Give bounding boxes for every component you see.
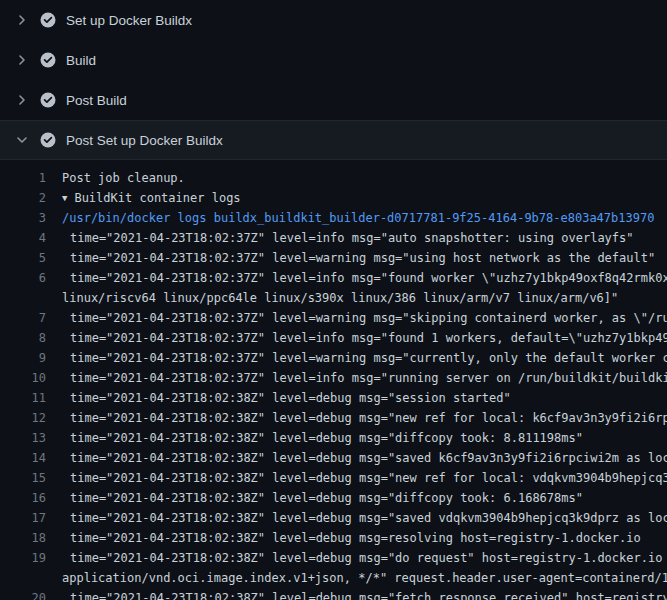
step-label: Post Build bbox=[66, 93, 127, 108]
line-number[interactable]: 2 bbox=[0, 188, 46, 208]
step-row[interactable]: Build bbox=[0, 40, 667, 80]
log-line: 4 time="2021-04-23T18:02:37Z" level=info… bbox=[0, 228, 667, 248]
group-expanded-icon: ▼ bbox=[62, 188, 67, 208]
step-row[interactable]: Set up Docker Buildx bbox=[0, 0, 667, 40]
line-number[interactable]: 3 bbox=[0, 208, 46, 228]
log-line: 18 time="2021-04-23T18:02:38Z" level=deb… bbox=[0, 528, 667, 548]
chevron-right-icon bbox=[14, 12, 30, 28]
log-text: /usr/bin/docker logs buildx_buildkit_bui… bbox=[62, 208, 654, 228]
line-number[interactable]: 18 bbox=[0, 528, 46, 548]
log-text: time="2021-04-23T18:02:37Z" level=info m… bbox=[62, 328, 667, 348]
line-number[interactable]: 4 bbox=[0, 228, 46, 248]
log-line: 13 time="2021-04-23T18:02:38Z" level=deb… bbox=[0, 428, 667, 448]
line-number[interactable]: 10 bbox=[0, 368, 46, 388]
log-text: time="2021-04-23T18:02:37Z" level=warnin… bbox=[62, 348, 667, 368]
chevron-right-icon bbox=[14, 52, 30, 68]
log-line: 5 time="2021-04-23T18:02:37Z" level=warn… bbox=[0, 248, 667, 268]
line-number[interactable]: 20 bbox=[0, 588, 46, 600]
log-group-toggle[interactable]: 2 ▼BuildKit container logs bbox=[0, 188, 667, 208]
log-line: 1 Post job cleanup. bbox=[0, 168, 667, 188]
chevron-right-icon bbox=[14, 92, 30, 108]
log-text: Post job cleanup. bbox=[62, 168, 185, 188]
log-output: 1 Post job cleanup. 2 ▼BuildKit containe… bbox=[0, 160, 667, 600]
log-text: time="2021-04-23T18:02:38Z" level=debug … bbox=[62, 588, 667, 600]
check-circle-icon bbox=[40, 52, 56, 68]
log-line-command: 3 /usr/bin/docker logs buildx_buildkit_b… bbox=[0, 208, 667, 228]
line-number[interactable]: 1 bbox=[0, 168, 46, 188]
log-text: time="2021-04-23T18:02:38Z" level=debug … bbox=[62, 468, 667, 488]
line-number[interactable] bbox=[0, 288, 46, 308]
check-circle-icon bbox=[40, 92, 56, 108]
log-line: 14 time="2021-04-23T18:02:38Z" level=deb… bbox=[0, 448, 667, 468]
line-number[interactable]: 12 bbox=[0, 408, 46, 428]
line-number[interactable]: 11 bbox=[0, 388, 46, 408]
line-number[interactable]: 7 bbox=[0, 308, 46, 328]
log-line: 7 time="2021-04-23T18:02:37Z" level=warn… bbox=[0, 308, 667, 328]
log-line: 19 time="2021-04-23T18:02:38Z" level=deb… bbox=[0, 548, 667, 568]
log-line: 12 time="2021-04-23T18:02:38Z" level=deb… bbox=[0, 408, 667, 428]
line-number[interactable]: 13 bbox=[0, 428, 46, 448]
log-text: time="2021-04-23T18:02:37Z" level=info m… bbox=[62, 368, 667, 388]
step-label: Set up Docker Buildx bbox=[66, 13, 192, 28]
log-line: 20 time="2021-04-23T18:02:38Z" level=deb… bbox=[0, 588, 667, 600]
log-text: time="2021-04-23T18:02:38Z" level=debug … bbox=[62, 548, 667, 568]
log-text: time="2021-04-23T18:02:37Z" level=info m… bbox=[62, 228, 634, 248]
log-text: time="2021-04-23T18:02:38Z" level=debug … bbox=[62, 508, 667, 528]
group-label: BuildKit container logs bbox=[74, 191, 240, 205]
line-number[interactable] bbox=[0, 568, 46, 588]
log-text: time="2021-04-23T18:02:37Z" level=info m… bbox=[62, 268, 667, 288]
actions-log-viewer: Set up Docker Buildx Build P bbox=[0, 0, 667, 600]
line-number[interactable]: 14 bbox=[0, 448, 46, 468]
log-text: time="2021-04-23T18:02:38Z" level=debug … bbox=[62, 388, 511, 408]
check-circle-icon bbox=[40, 132, 56, 148]
line-number[interactable]: 9 bbox=[0, 348, 46, 368]
line-number[interactable]: 16 bbox=[0, 488, 46, 508]
log-line: 11 time="2021-04-23T18:02:38Z" level=deb… bbox=[0, 388, 667, 408]
log-line: 9 time="2021-04-23T18:02:37Z" level=warn… bbox=[0, 348, 667, 368]
line-number[interactable]: 5 bbox=[0, 248, 46, 268]
log-line: 8 time="2021-04-23T18:02:37Z" level=info… bbox=[0, 328, 667, 348]
log-text: time="2021-04-23T18:02:37Z" level=warnin… bbox=[62, 308, 667, 328]
step-label: Post Set up Docker Buildx bbox=[66, 133, 223, 148]
line-number[interactable]: 8 bbox=[0, 328, 46, 348]
log-line: 15 time="2021-04-23T18:02:38Z" level=deb… bbox=[0, 468, 667, 488]
check-circle-icon bbox=[40, 12, 56, 28]
log-line: 17 time="2021-04-23T18:02:38Z" level=deb… bbox=[0, 508, 667, 528]
step-list: Set up Docker Buildx Build P bbox=[0, 0, 667, 160]
log-text: application/vnd.oci.image.index.v1+json,… bbox=[62, 568, 667, 588]
log-line: 16 time="2021-04-23T18:02:38Z" level=deb… bbox=[0, 488, 667, 508]
line-number[interactable]: 17 bbox=[0, 508, 46, 528]
step-row[interactable]: Post Set up Docker Buildx bbox=[0, 120, 667, 160]
log-text: time="2021-04-23T18:02:38Z" level=debug … bbox=[62, 428, 583, 448]
line-number[interactable]: 19 bbox=[0, 548, 46, 568]
log-line: application/vnd.oci.image.index.v1+json,… bbox=[0, 568, 667, 588]
step-row[interactable]: Post Build bbox=[0, 80, 667, 120]
log-text: ▼BuildKit container logs bbox=[62, 188, 241, 208]
log-text: time="2021-04-23T18:02:38Z" level=debug … bbox=[62, 448, 667, 468]
log-text: time="2021-04-23T18:02:38Z" level=debug … bbox=[62, 488, 583, 508]
log-line: linux/riscv64 linux/ppc64le linux/s390x … bbox=[0, 288, 667, 308]
log-text: time="2021-04-23T18:02:38Z" level=debug … bbox=[62, 528, 641, 548]
line-number[interactable]: 6 bbox=[0, 268, 46, 288]
line-number[interactable]: 15 bbox=[0, 468, 46, 488]
step-label: Build bbox=[66, 53, 96, 68]
chevron-down-icon bbox=[14, 132, 30, 148]
log-line: 10 time="2021-04-23T18:02:37Z" level=inf… bbox=[0, 368, 667, 388]
log-text: linux/riscv64 linux/ppc64le linux/s390x … bbox=[62, 288, 618, 308]
log-text: time="2021-04-23T18:02:37Z" level=warnin… bbox=[62, 248, 655, 268]
log-text: time="2021-04-23T18:02:38Z" level=debug … bbox=[62, 408, 667, 428]
log-line: 6 time="2021-04-23T18:02:37Z" level=info… bbox=[0, 268, 667, 288]
